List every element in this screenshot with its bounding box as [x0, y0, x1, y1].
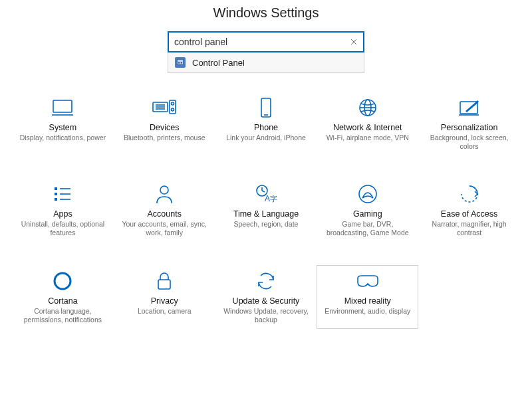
category-mixed-reality[interactable]: Mixed reality Environment, audio, displa… [317, 265, 418, 329]
category-title: System [49, 123, 77, 132]
network-icon [357, 96, 378, 119]
category-title: Network & Internet [333, 123, 402, 132]
category-title: Mixed reality [344, 296, 391, 306]
update-security-icon [255, 270, 277, 292]
category-subtitle: Uninstall, defaults, optional features [16, 220, 109, 237]
cortana-icon [52, 270, 73, 292]
svg-point-9 [172, 102, 174, 105]
svg-point-10 [172, 108, 174, 111]
category-title: Cortana [48, 296, 77, 306]
category-subtitle: Windows Update, recovery, backup [219, 307, 313, 324]
svg-rect-22 [55, 193, 57, 195]
svg-point-27 [160, 186, 168, 194]
category-title: Personalization [441, 123, 497, 132]
suggestion-label: Control Panel [192, 58, 245, 68]
search-suggestions: Control Panel [168, 52, 364, 73]
clear-search-icon[interactable] [344, 33, 363, 51]
svg-point-33 [359, 185, 376, 203]
category-gaming[interactable]: Gaming Game bar, DVR, broadcasting, Game… [317, 178, 418, 242]
svg-rect-35 [158, 280, 170, 289]
svg-line-30 [262, 191, 265, 192]
category-title: Privacy [151, 296, 178, 306]
category-subtitle: Display, notifications, power [20, 134, 106, 142]
privacy-icon [155, 270, 174, 292]
category-subtitle: Background, lock screen, colors [423, 134, 516, 151]
category-subtitle: Wi-Fi, airplane mode, VPN [327, 134, 409, 142]
category-subtitle: Speech, region, date [234, 220, 299, 229]
category-title: Apps [53, 209, 72, 219]
svg-rect-14 [261, 98, 271, 117]
category-subtitle: Location, camera [138, 307, 192, 316]
svg-rect-23 [55, 198, 57, 201]
devices-icon [151, 96, 178, 119]
category-phone[interactable]: Phone Link your Android, iPhone [215, 92, 317, 155]
suggestion-item-control-panel[interactable]: Control Panel [168, 52, 364, 72]
category-subtitle: Game bar, DVR, broadcasting, Game Mode [321, 220, 414, 237]
category-title: Ease of Access [441, 209, 497, 219]
category-network-internet[interactable]: Network & Internet Wi-Fi, airplane mode,… [317, 92, 418, 155]
svg-text:字: 字 [270, 195, 277, 203]
category-devices[interactable]: Devices Bluetooth, printers, mouse [114, 92, 215, 155]
svg-rect-2 [178, 60, 184, 65]
category-title: Update & Security [233, 296, 300, 306]
category-cortana[interactable]: Cortana Cortana language, permissions, n… [12, 265, 114, 329]
category-personalization[interactable]: Personalization Background, lock screen,… [418, 92, 520, 155]
category-ease-of-access[interactable]: Ease of Access Narrator, magnifier, high… [418, 178, 520, 242]
accounts-icon [154, 183, 174, 205]
category-accounts[interactable]: Accounts Your accounts, email, sync, wor… [114, 178, 215, 242]
search-region: Control Panel [168, 31, 364, 73]
category-update-security[interactable]: Update & Security Windows Update, recove… [215, 265, 317, 329]
category-subtitle: Your accounts, email, sync, work, family [118, 220, 211, 237]
category-subtitle: Cortana language, permissions, notificat… [16, 307, 109, 324]
phone-icon [259, 96, 273, 119]
category-title: Accounts [147, 209, 181, 219]
category-apps[interactable]: Apps Uninstall, defaults, optional featu… [12, 178, 114, 242]
category-title: Devices [150, 123, 179, 132]
personalization-icon [458, 96, 481, 119]
svg-rect-4 [181, 62, 182, 63]
category-subtitle: Environment, audio, display [325, 307, 410, 316]
page-title: Windows Settings [0, 5, 532, 21]
category-privacy[interactable]: Privacy Location, camera [114, 265, 215, 329]
category-subtitle: Bluetooth, printers, mouse [124, 134, 205, 142]
svg-rect-5 [53, 100, 72, 112]
category-title: Phone [254, 123, 278, 132]
search-box[interactable] [168, 31, 364, 52]
categories-grid: System Display, notifications, power Dev… [0, 73, 532, 329]
apps-icon [52, 183, 73, 205]
svg-rect-21 [55, 187, 57, 190]
system-icon [51, 96, 74, 119]
category-title: Time & Language [233, 209, 299, 219]
category-time-language[interactable]: A字 Time & Language Speech, region, date [215, 178, 317, 242]
ease-of-access-icon [459, 183, 480, 205]
svg-text:A: A [265, 194, 270, 203]
gaming-icon [357, 183, 378, 205]
category-subtitle: Link your Android, iPhone [226, 134, 306, 142]
category-system[interactable]: System Display, notifications, power [12, 92, 114, 155]
control-panel-icon [175, 57, 186, 68]
svg-rect-3 [178, 62, 180, 63]
search-input[interactable] [169, 33, 344, 51]
mixed-reality-icon [355, 270, 380, 292]
time-language-icon: A字 [255, 183, 277, 205]
category-title: Gaming [353, 209, 382, 219]
svg-point-34 [55, 273, 70, 289]
category-subtitle: Narrator, magnifier, high contrast [423, 220, 516, 237]
